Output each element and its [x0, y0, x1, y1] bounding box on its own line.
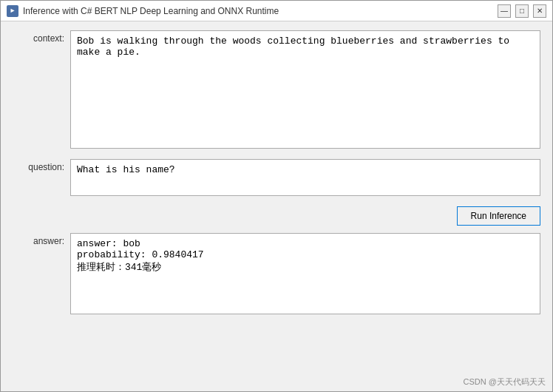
context-row: context: [13, 30, 540, 152]
watermark: CSDN @天天代码天天 [464, 376, 546, 388]
answer-display: answer: bob probability: 0.9840417 推理耗时：… [70, 233, 540, 314]
context-control [70, 30, 540, 152]
question-control [70, 159, 540, 199]
run-inference-button[interactable]: Run Inference [457, 206, 540, 226]
button-row: Run Inference [13, 206, 540, 226]
main-content: context: question: Run Inference answer:… [1, 21, 552, 391]
context-textarea[interactable] [70, 30, 540, 149]
close-button[interactable]: ✕ [533, 4, 546, 18]
question-label: question: [13, 159, 64, 172]
maximize-button[interactable]: □ [515, 4, 529, 18]
title-bar: ► Inference with C# BERT NLP Deep Learni… [1, 1, 552, 21]
question-textarea[interactable] [70, 159, 540, 196]
answer-label: answer: [13, 233, 64, 246]
window-controls: — □ ✕ [498, 4, 546, 18]
context-label: context: [13, 30, 64, 44]
answer-control: answer: bob probability: 0.9840417 推理耗时：… [70, 233, 540, 314]
app-icon: ► [7, 5, 18, 17]
window-title: Inference with C# BERT NLP Deep Learning… [23, 6, 498, 16]
minimize-button[interactable]: — [498, 4, 511, 18]
answer-row: answer: answer: bob probability: 0.98404… [13, 233, 540, 314]
question-row: question: [13, 159, 540, 199]
app-window: ► Inference with C# BERT NLP Deep Learni… [0, 0, 553, 392]
